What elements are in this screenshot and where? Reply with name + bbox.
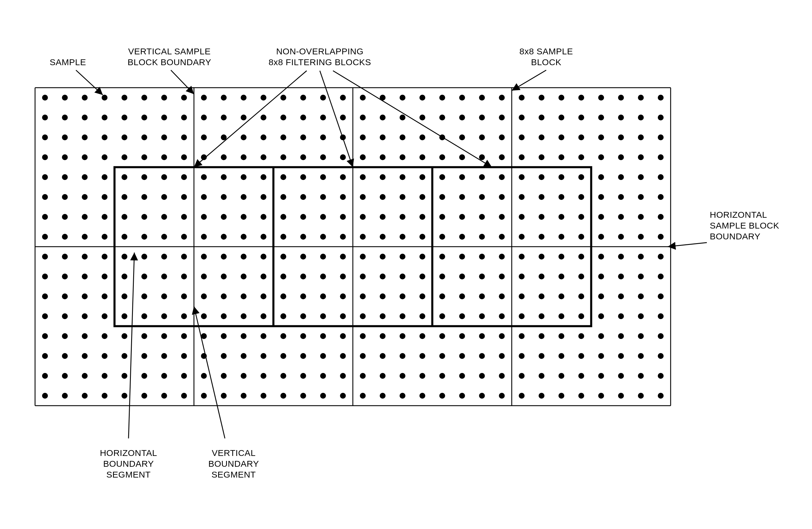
sample-dot — [459, 294, 465, 299]
sample-dot — [221, 194, 227, 200]
sample-dot — [360, 234, 366, 240]
sample-dot — [499, 174, 505, 180]
sample-dot — [181, 333, 187, 339]
sample-dot — [519, 294, 525, 299]
sample-dot — [479, 333, 485, 339]
sample-dot — [439, 95, 445, 101]
sample-dot — [42, 194, 48, 200]
sample-dot — [459, 154, 465, 160]
sample-dot — [638, 134, 644, 140]
sample-dot — [161, 373, 167, 379]
sample-dot — [181, 373, 187, 379]
sample-dot — [141, 115, 147, 120]
sample-dot — [459, 254, 465, 259]
sample-dot — [658, 274, 664, 280]
sample-dot — [62, 154, 68, 160]
sample-dot — [400, 254, 405, 259]
sample-dot — [201, 254, 207, 259]
sample-dot — [300, 294, 306, 299]
sample-dot — [459, 274, 465, 280]
sample-dot — [201, 115, 207, 120]
sample-dot — [598, 294, 604, 299]
sample-dot — [82, 333, 88, 339]
sample-dot — [499, 274, 505, 280]
labels: SAMPLEVERTICAL SAMPLEBLOCK BOUNDARYNON-O… — [50, 46, 779, 479]
sample-dot — [400, 333, 405, 339]
sample-dot — [102, 373, 107, 379]
sample-dot — [201, 194, 207, 200]
sample-dot — [459, 115, 465, 120]
sample-dot — [360, 313, 366, 319]
sample-dot — [419, 234, 425, 240]
sample-dot — [42, 294, 48, 299]
sample-dot — [221, 274, 227, 280]
sample-dot — [598, 134, 604, 140]
sample-dot — [241, 174, 247, 180]
sample-dot — [459, 353, 465, 359]
sample-dot — [102, 254, 107, 259]
sample-dot — [261, 194, 266, 200]
sample-dot — [380, 353, 386, 359]
sample-dot — [360, 115, 366, 120]
sample-dot — [539, 134, 545, 140]
sample-dot — [42, 154, 48, 160]
label-filtering: 8x8 FILTERING BLOCKS — [269, 57, 371, 67]
sample-dot — [181, 294, 187, 299]
sample-dot — [340, 353, 346, 359]
sample-dot — [638, 254, 644, 259]
sample-dot — [539, 115, 545, 120]
sample-dot — [62, 294, 68, 299]
sample-dot — [340, 214, 346, 220]
sample-dot — [439, 115, 445, 120]
sample-dot — [400, 154, 405, 160]
sample-dot — [82, 313, 88, 319]
sample-dot — [261, 274, 266, 280]
sample-dot — [380, 333, 386, 339]
sample-dot — [658, 294, 664, 299]
sample-dot — [261, 373, 266, 379]
sample-dot — [400, 134, 405, 140]
sample-dot — [221, 214, 227, 220]
sample-dot — [479, 234, 485, 240]
sample-dot — [42, 134, 48, 140]
sample-dot — [62, 115, 68, 120]
sample-dot — [539, 373, 545, 379]
sample-dot — [161, 194, 167, 200]
sample-dot — [340, 95, 346, 101]
sample-dot — [578, 214, 584, 220]
sample-dot — [479, 194, 485, 200]
sample-dot — [578, 333, 584, 339]
sample-dot — [479, 254, 485, 259]
sample-dot — [121, 313, 127, 319]
sample-dot — [121, 254, 127, 259]
sample-dot — [400, 95, 405, 101]
sample-dot — [121, 274, 127, 280]
sample-dot — [658, 393, 664, 399]
sample-dot — [578, 353, 584, 359]
sample-dot — [400, 194, 405, 200]
sample-dot — [618, 274, 624, 280]
sample-dot — [658, 174, 664, 180]
sample-dot — [459, 373, 465, 379]
sample-dot — [280, 313, 286, 319]
sample-dot — [62, 134, 68, 140]
sample-dot — [42, 174, 48, 180]
sample-dot — [598, 353, 604, 359]
sample-dot — [141, 154, 147, 160]
sample-dot — [261, 353, 266, 359]
sample-dot — [419, 115, 425, 120]
sample-dot — [559, 234, 564, 240]
sample-dot — [280, 353, 286, 359]
sample-dot — [519, 174, 525, 180]
sample-dot — [181, 274, 187, 280]
sample-dot — [62, 313, 68, 319]
sample-dot — [499, 254, 505, 259]
sample-dot — [161, 154, 167, 160]
sample-dot — [400, 115, 405, 120]
sample-dot — [479, 134, 485, 140]
sample-dot — [121, 333, 127, 339]
sample-dot — [320, 214, 326, 220]
sample-dot — [539, 313, 545, 319]
sample-dot — [221, 373, 227, 379]
sample-dot — [578, 194, 584, 200]
